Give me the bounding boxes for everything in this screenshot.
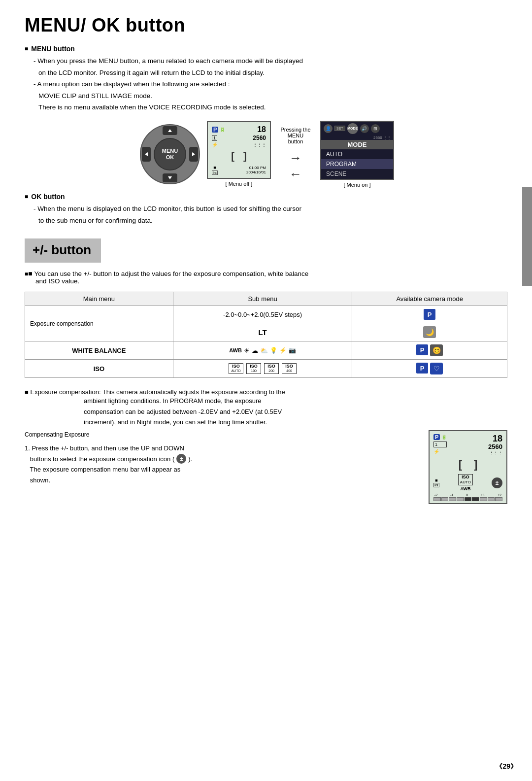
comp-circle: ± [492, 477, 502, 488]
lcd-off-screen: P 🔋 18 1 2560 ⚡ ⋮⋮⋮ [ ] [207, 121, 271, 179]
lcd-menu-off: P 🔋 18 1 2560 ⚡ ⋮⋮⋮ [ ] [207, 121, 271, 187]
bottom-layout: Compensating Exposure 1. Press the +/- b… [25, 430, 507, 504]
main-table: Main menu Sub menu Available camera mode… [25, 292, 507, 378]
bottom-section: ■ Exposure compensation: This camera aut… [25, 388, 507, 504]
wb-sub: AWB ☀ ☁ ⛅ 💡 ⚡ 📷 [173, 341, 352, 360]
plus-minus-title: +/- button [33, 242, 91, 257]
iso-sub: ISO AUTO ISO 100 ISO 200 ISO 400 [173, 360, 352, 378]
iso-200: ISO 200 [264, 363, 279, 374]
page-title: MENU/ OK button [25, 15, 507, 36]
exp-mode-p: P [352, 306, 507, 323]
col-sub-menu: Sub menu [173, 292, 352, 306]
menu-section-header: MENU button [25, 45, 507, 53]
exposure-note: ■ Exposure compensation: This camera aut… [25, 388, 507, 427]
iso-awb-block: ISO AUTO AWB [458, 474, 473, 491]
iso-label: ISO [25, 360, 173, 378]
wb-icons: AWB ☀ ☁ ⛅ 💡 ⚡ 📷 [178, 347, 347, 354]
face-icon: 😊 [430, 344, 443, 356]
p-icon: P [424, 309, 435, 320]
ok-desc-line2: to the sub menu or for confirming data. [38, 215, 507, 226]
menu-desc-line1: - When you press the MENU button, a menu… [33, 56, 507, 67]
iso-modes: P ♡ [352, 360, 507, 378]
lcd-menu-on: 👤 SET MODE 🔊 ⊞ 2560 ⋮⋮ MODE AUTO PROGRAM… [320, 121, 394, 188]
table-row: WHITE BALANCE AWB ☀ ☁ ⛅ 💡 ⚡ 📷 P 😊 [25, 341, 507, 360]
iso-auto: ISO AUTO [229, 363, 243, 374]
menu-desc-line3: - A menu option can be displayed when th… [33, 79, 507, 90]
menu-desc-line5: There is no menu available when the VOIC… [38, 102, 507, 113]
page-tab [522, 187, 532, 286]
camera-button-diagram: MENU OK [138, 122, 202, 186]
diagram-row: MENU OK P 🔋 18 1 2560 [25, 121, 507, 188]
p-icon-iso: P [416, 363, 428, 374]
lcd-bottom-screen: P 🔋 1 ⚡ 18 2560 ⋮⋮⋮ [ ] [429, 430, 507, 504]
menu-desc-line2: on the LCD monitor. Pressing it again wi… [38, 68, 507, 78]
mode-program: PROGRAM [321, 159, 393, 169]
mode-scene: SCENE [321, 169, 393, 179]
night-icon: 🌙 [423, 326, 436, 338]
compensating-text: Compensating Exposure 1. Press the +/- b… [25, 430, 419, 485]
page-number: 《29》 [496, 762, 517, 771]
table-row: ISO ISO AUTO ISO 100 ISO 200 [25, 360, 507, 378]
menu-on-label: [ Menu on ] [343, 182, 370, 188]
iso-400: ISO 400 [282, 363, 297, 374]
mode-title: MODE [321, 140, 393, 149]
svg-text:MENU: MENU [162, 148, 178, 154]
comp-icon: ± [176, 454, 186, 464]
wb-label: WHITE BALANCE [25, 341, 173, 360]
iso-100: ISO 100 [246, 363, 261, 374]
exposure-comp-label: Exposure compensation [25, 306, 173, 341]
exposure-range: -2.0~0.0~+2.0(0.5EV steps) [173, 306, 352, 323]
exp-mode-night: 🌙 [352, 323, 507, 341]
table-row: Exposure compensation -2.0~0.0~+2.0(0.5E… [25, 306, 507, 323]
mode-auto: AUTO [321, 149, 393, 159]
menu-desc-line4: MOVIE CLIP and STILL IMAGE mode. [38, 91, 507, 102]
lt-label: LT [173, 323, 352, 341]
ok-desc-line1: - When the menu is displayed on the LCD … [33, 204, 507, 214]
p-icon-wb: P [416, 344, 428, 355]
lcd-on-screen: 👤 SET MODE 🔊 ⊞ 2560 ⋮⋮ MODE AUTO PROGRAM… [320, 121, 394, 180]
menu-off-label: [ Menu off ] [226, 181, 253, 187]
svg-text:OK: OK [166, 154, 174, 160]
wb-modes: P 😊 [352, 341, 507, 360]
ok-section-header: OK button [25, 193, 507, 201]
heart-icon: ♡ [430, 363, 443, 374]
col-camera-mode: Available camera mode [352, 292, 507, 306]
plus-minus-intro: ■ You can use the +/- button to adjust t… [25, 270, 507, 285]
arrow-pressing: Pressing theMENUbutton → ← [276, 127, 315, 182]
exposure-bar: -2 -1 0 +1 +2 [433, 493, 502, 501]
pressing-text: Pressing theMENUbutton [276, 127, 315, 144]
camera-circle-svg: MENU OK [138, 122, 202, 186]
col-main-menu: Main menu [25, 292, 173, 306]
